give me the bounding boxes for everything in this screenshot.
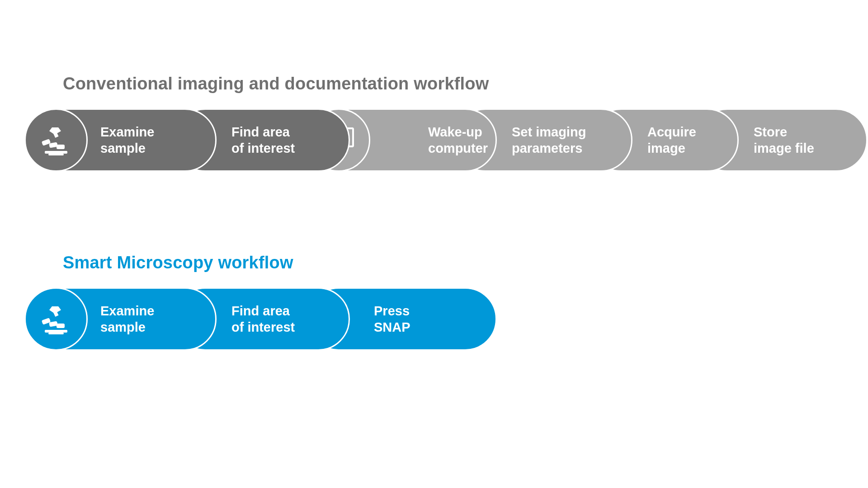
microscope-icon xyxy=(24,108,88,172)
smart-step-snap-label: Press SNAP xyxy=(374,303,410,336)
svg-rect-6 xyxy=(49,142,57,148)
smart-step-find-area-label: Find area of interest xyxy=(231,303,295,336)
svg-rect-13 xyxy=(49,321,57,327)
svg-rect-9 xyxy=(48,154,64,155)
svg-rect-8 xyxy=(45,151,67,154)
svg-rect-15 xyxy=(45,330,67,333)
svg-rect-7 xyxy=(57,145,65,149)
conv-step-store-label: Store image file xyxy=(754,124,814,157)
svg-rect-16 xyxy=(48,333,64,334)
conv-step-wake-up-label: Wake-up computer xyxy=(428,124,488,157)
conventional-title: Conventional imaging and documentation w… xyxy=(63,74,489,94)
smart-row: Press SNAP Find area of interest Examine… xyxy=(24,287,499,351)
conv-step-find-area-label: Find area of interest xyxy=(231,124,295,157)
conv-step-acquire-label: Acquire image xyxy=(647,124,696,157)
svg-rect-14 xyxy=(57,324,65,328)
smart-step-examine-label: Examine sample xyxy=(100,303,154,336)
microscope-icon xyxy=(24,287,88,351)
smart-title: Smart Microscopy workflow xyxy=(63,253,293,272)
conv-step-examine-label: Examine sample xyxy=(100,124,154,157)
conv-step-set-params-label: Set imaging parameters xyxy=(512,124,586,157)
diagram-stage: Conventional imaging and documentation w… xyxy=(0,0,868,488)
conventional-row: Store image file Acquire image Set imagi… xyxy=(24,108,844,172)
